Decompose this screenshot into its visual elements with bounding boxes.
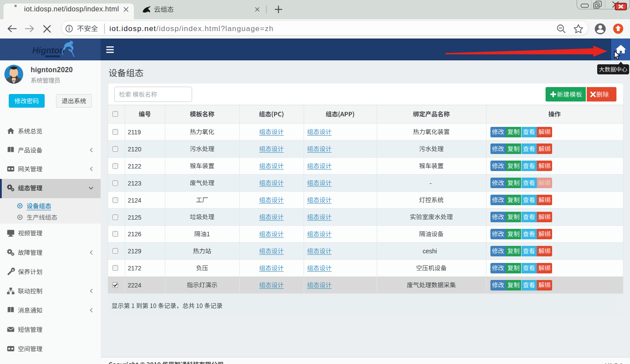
svg-text:Hignton: Hignton	[32, 46, 65, 55]
